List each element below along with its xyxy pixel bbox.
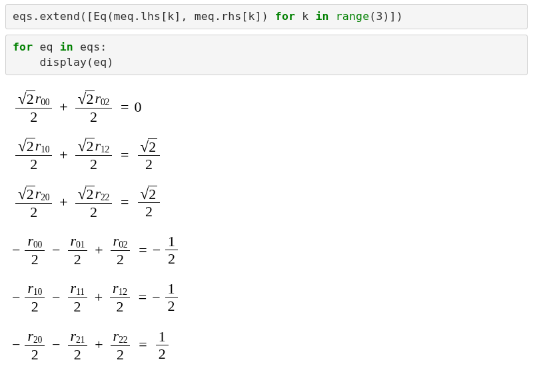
minus-sign: −	[153, 242, 161, 259]
fraction: √2r202	[15, 185, 52, 220]
equals-sign: =	[121, 194, 129, 211]
code-token: k	[295, 10, 315, 23]
minus-sign: −	[12, 289, 20, 306]
fraction: r012	[68, 232, 88, 268]
fraction: r222	[111, 327, 131, 363]
fraction: √22	[138, 185, 161, 220]
r-sub: r20	[35, 185, 50, 202]
code-cell-2: for eq in eqs: display(eq)	[5, 35, 528, 75]
code-token: range	[336, 10, 370, 23]
r-sub: r10	[35, 137, 50, 154]
equation-row: −r202−r212+r222=12	[12, 327, 525, 363]
code-token: (	[369, 10, 376, 23]
operator: −	[52, 289, 60, 306]
operator: −	[52, 336, 60, 353]
r-sub: r01	[71, 232, 85, 249]
equation-output: √2r002+√2r022=0√2r102+√2r122=√22√2r202+√…	[5, 81, 528, 376]
code-token: in	[315, 10, 328, 23]
code-token: for	[13, 41, 33, 53]
equation-row: −r102−r112+r122=−12	[12, 280, 525, 315]
fraction: r202	[25, 327, 45, 363]
equation-row: √2r202+√2r222=√22	[12, 185, 525, 220]
equals-sign: =	[121, 98, 129, 116]
equals-sign: =	[121, 146, 129, 164]
equals-sign: =	[139, 242, 147, 259]
fraction: r212	[68, 327, 88, 363]
fraction: 12	[165, 233, 178, 268]
r-sub: r12	[95, 137, 109, 154]
equation-row: √2r102+√2r122=√22	[12, 137, 525, 172]
fraction: r002	[25, 232, 45, 268]
code-token: 3	[376, 10, 382, 23]
sqrt: √2	[78, 138, 95, 154]
r-sub: r02	[113, 232, 128, 249]
operator: +	[95, 289, 103, 306]
r-sub: r12	[113, 280, 127, 296]
code-token: in	[60, 41, 73, 53]
operator: −	[52, 242, 60, 259]
rhs-value: 0	[135, 98, 142, 116]
sqrt: √2	[78, 91, 95, 107]
equation-row: √2r002+√2r022=0	[12, 90, 525, 125]
fraction: √22	[138, 138, 161, 172]
code-token: eq	[33, 41, 59, 53]
fraction: r112	[68, 280, 87, 315]
minus-sign: −	[12, 242, 20, 259]
fraction: √2r002	[15, 90, 52, 125]
operator: +	[95, 336, 103, 353]
fraction: r122	[110, 280, 130, 315]
sqrt: √2	[18, 91, 35, 107]
code-token: for	[275, 10, 295, 23]
fraction: √2r122	[75, 137, 112, 172]
r-sub: r20	[27, 327, 42, 344]
equals-sign: =	[139, 289, 147, 306]
fraction: 12	[165, 280, 178, 315]
fraction: √2r022	[75, 90, 112, 125]
sqrt: √2	[78, 186, 95, 202]
code-token: eqs.extend([Eq(meq.lhs[k], meq.rhs[k])	[13, 10, 275, 23]
r-sub: r22	[95, 185, 109, 202]
sqrt: √2	[141, 138, 158, 155]
code-cell-1: eqs.extend([Eq(meq.lhs[k], meq.rhs[k]) f…	[5, 4, 528, 29]
r-sub: r22	[113, 327, 128, 344]
operator: +	[95, 242, 103, 259]
operator: +	[59, 146, 67, 164]
r-sub: r11	[71, 280, 85, 296]
operator: +	[59, 194, 67, 211]
fraction: r102	[25, 280, 45, 315]
fraction: √2r222	[75, 185, 112, 220]
fraction: r022	[111, 232, 131, 268]
code-token	[329, 10, 336, 23]
sqrt: √2	[18, 186, 35, 202]
fraction: 12	[156, 328, 169, 363]
sqrt: √2	[141, 186, 158, 202]
fraction: √2r102	[15, 137, 52, 172]
equals-sign: =	[139, 336, 147, 353]
code-token: )])	[382, 10, 402, 23]
r-sub: r02	[95, 90, 109, 106]
minus-sign: −	[12, 336, 20, 353]
r-sub: r00	[35, 90, 50, 106]
operator: +	[59, 98, 67, 116]
minus-sign: −	[152, 289, 160, 306]
equation-row: −r002−r012+r022=−12	[12, 232, 525, 268]
r-sub: r21	[71, 327, 85, 344]
r-sub: r10	[27, 280, 42, 296]
sqrt: √2	[18, 138, 35, 154]
r-sub: r00	[27, 232, 42, 249]
